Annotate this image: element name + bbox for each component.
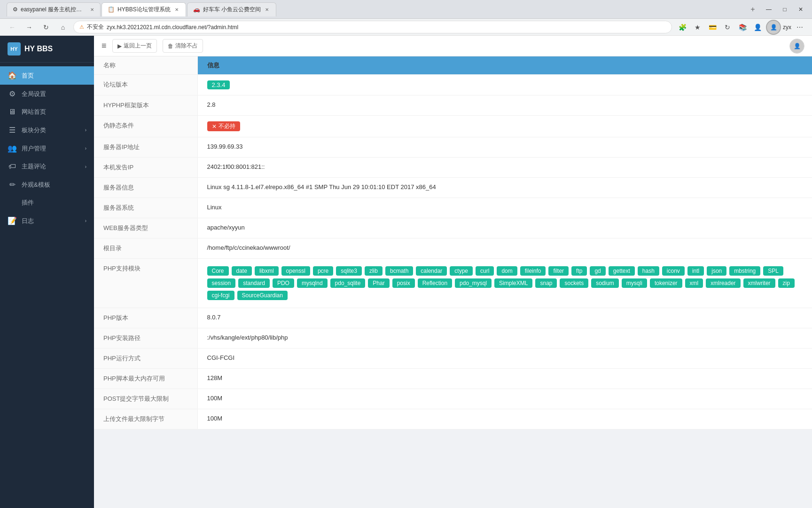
new-tab-button[interactable]: + [747,4,758,15]
module-tag: cgi-fcgi [207,291,234,300]
module-tag: session [207,278,236,288]
table-header-row: 名称 信息 [94,56,812,75]
expand-arrow-icon: › [85,146,86,151]
browser-tab-tab3[interactable]: 🚗好车车 小鱼云公费空间✕ [187,2,276,16]
sidebar-label-plugins: 插件 [22,198,34,207]
sidebar-label-users: 用户管理 [22,144,46,153]
tab-close-icon[interactable]: ✕ [89,6,94,13]
forward-button[interactable]: → [23,21,36,34]
row-value-13: 128M [197,369,812,389]
table-row: POST提交字节最大限制100M [94,389,812,409]
more-button[interactable]: ⋯ [793,21,806,34]
module-tag: pdo_mysql [455,278,492,288]
module-tag: fileinfo [520,266,546,276]
info-table: 名称 信息 论坛版本2.3.4HYPHP框架版本2.8伪静态条件✕不必持服务器I… [94,56,812,429]
tab-close-icon[interactable]: ✕ [173,6,180,13]
table-row: PHP版本8.0.7 [94,308,812,328]
clear-label: 清除不占 [175,42,198,50]
module-tag: snap [535,278,557,288]
module-tag: curl [476,266,494,276]
profile-button[interactable]: 👤 [751,21,764,34]
module-tag: Reflection [418,278,452,288]
sidebar-item-sections[interactable]: ☰ 板块分类 › [0,121,94,139]
clear-button[interactable]: 🗑 清除不占 [163,39,203,53]
module-tag: iconv [662,266,685,276]
table-row: 上传文件最大限制字节100M [94,409,812,429]
module-tag: gettext [609,266,635,276]
row-label-5: 服务器信息 [94,178,197,198]
user-name-label[interactable]: zyx [783,24,791,31]
sections-icon: ☰ [8,126,17,135]
module-tag: dom [497,266,517,276]
logo-text: HY BBS [24,45,53,53]
browser-toolbar: 🧩 ★ 💳 ↻ 📚 👤 👤 zyx ⋯ [676,20,806,35]
row-label-4: 本机发告IP [94,158,197,178]
module-tag: libxml [255,266,279,276]
sidebar-item-plugins[interactable]: 插件 [0,194,94,212]
module-tag: sqlite3 [336,266,362,276]
module-tag: PDO [273,278,294,288]
sidebar-item-templates[interactable]: ✏ 外观&模板 [0,175,94,194]
row-label-13: PHP脚本最大内存可用 [94,369,197,389]
close-button[interactable]: ✕ [793,4,808,15]
refresh-page-button[interactable]: ↻ [721,21,734,34]
module-tag: Phar [368,278,389,288]
table-row: 伪静态条件✕不必持 [94,116,812,137]
row-value-6: Linux [197,198,812,218]
content-area: 名称 信息 论坛版本2.3.4HYPHP框架版本2.8伪静态条件✕不必持服务器I… [94,56,812,429]
back-page-button[interactable]: ▶ 返回上一页 [112,39,157,53]
x-icon: ✕ [212,123,217,130]
reload-button[interactable]: ↻ [39,21,53,34]
col-header-name: 名称 [94,56,197,75]
table-row: PHP脚本最大内存可用128M [94,369,812,389]
wallet-button[interactable]: 💳 [706,21,719,34]
table-row: HYPHP框架版本2.8 [94,95,812,116]
table-row: 服务器信息Linux sg 4.11.8-1.el7.elrepo.x86_64… [94,178,812,198]
sidebar-item-users[interactable]: 👥 用户管理 › [0,139,94,158]
module-tag: xmlreader [706,278,740,288]
module-tag: openssl [281,266,310,276]
maximize-button[interactable]: □ [777,4,792,15]
home-button[interactable]: ⌂ [56,21,70,34]
php-modules-container: Coredatelibxmlopensslpcresqlite3zlibbcma… [207,264,803,302]
menu-toggle-button[interactable]: ≡ [102,41,107,51]
topbar-user-avatar[interactable]: 👤 [789,39,804,54]
sidebar-label-templates: 外观&模板 [22,181,50,189]
row-value-7: apache/xyyun [197,218,812,238]
browser-tab-tab1[interactable]: ⚙easypanel 服务主机控制面板「T...✕ [7,2,101,16]
home-icon: 🏠 [8,71,17,80]
app-container: HY HY BBS 🏠 首页 ⚙ 全局设置 🖥 网站首页 ☰ 板块分类 › 👥 … [0,36,812,508]
row-value-12: CGI-FCGI [197,349,812,369]
sidebar-item-topics[interactable]: 🏷 主题评论 › [0,158,94,175]
sidebar-item-site[interactable]: 🖥 网站首页 [0,103,94,121]
row-label-14: POST提交字节最大限制 [94,389,197,409]
module-tag: bcmath [385,266,413,276]
module-tag: xmlwriter [743,278,775,288]
sidebar: HY HY BBS 🏠 首页 ⚙ 全局设置 🖥 网站首页 ☰ 板块分类 › 👥 … [0,36,94,508]
sidebar-label-site: 网站首页 [22,108,46,116]
tab-favicon: ⚙ [13,6,18,13]
back-button[interactable]: ← [6,21,19,34]
sidebar-item-logs[interactable]: 📝 日志 › [0,212,94,230]
row-label-12: PHP运行方式 [94,349,197,369]
collections-button[interactable]: 📚 [736,21,749,34]
extensions-button[interactable]: 🧩 [676,21,689,34]
minimize-button[interactable]: — [761,4,776,15]
module-tag: mysqli [622,278,647,288]
browser-tab-tab2[interactable]: 📋HYBBS论坛管理系统✕ [102,2,186,16]
module-tag: date [232,266,252,276]
row-label-8: 根目录 [94,238,197,259]
module-tag: zlib [365,266,383,276]
tab-close-icon[interactable]: ✕ [264,6,270,13]
sidebar-item-settings[interactable]: ⚙ 全局设置 [0,85,94,103]
sidebar-label-logs: 日志 [22,217,34,225]
user-avatar[interactable]: 👤 [766,20,781,35]
module-tag: zip [778,278,795,288]
tab-title: easypanel 服务主机控制面板「T... [21,6,86,14]
expand-arrow-icon: › [85,164,86,169]
favorites-button[interactable]: ★ [691,21,704,34]
url-input[interactable]: ⚠ 不安全 zyx.hk3.20212021.ml.cdn.cloudflare… [73,21,672,33]
sidebar-item-home[interactable]: 🏠 首页 [0,66,94,85]
table-row: 根目录/home/ftp/c/ccinekao/wwwroot/ [94,238,812,259]
back-icon: ▶ [117,43,122,49]
